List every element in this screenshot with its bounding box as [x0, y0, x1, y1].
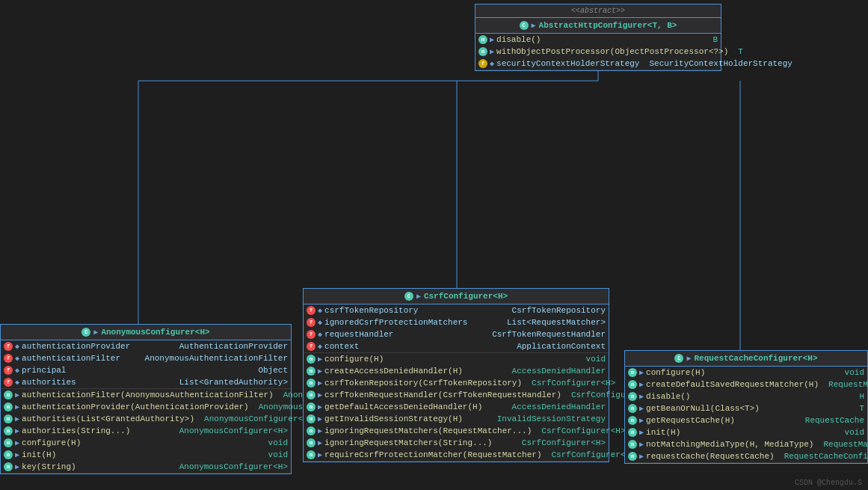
method-icon: m	[307, 414, 316, 423]
csrf-configurer-box: C ▶ CsrfConfigurer<H> f ◆ csrfTokenRepos…	[303, 288, 609, 462]
csrf-methods-section: m ▶ configure(H) void m ▶ createAccessDe…	[304, 353, 609, 462]
table-row[interactable]: m ▶ requireCsrfProtectionMatcher(Request…	[304, 449, 609, 461]
table-row[interactable]: m ▶ withObjectPostProcessor(ObjectPostPr…	[475, 46, 721, 58]
request-cache-configurer-box: C ▶ RequestCacheConfigurer<H> m ▶ config…	[624, 350, 868, 464]
table-row[interactable]: f ◆ principal Object	[1, 364, 291, 376]
anonymous-configurer-header: C ▶ AnonymousConfigurer<H>	[1, 325, 291, 340]
watermark-text: CSDN @Chengdu.S	[795, 479, 862, 487]
method-icon: m	[628, 452, 637, 461]
method-icon: m	[628, 428, 637, 437]
table-row[interactable]: m ▶ key(String) AnonymousConfigurer<H>	[1, 461, 291, 473]
method-icon: m	[4, 414, 13, 423]
field-icon: f	[307, 342, 316, 351]
table-row[interactable]: m ▶ configure(H) void	[625, 367, 867, 379]
table-row[interactable]: f ◆ securityContextHolderStrategy Securi…	[475, 58, 721, 70]
table-row[interactable]: f ◆ csrfTokenRepository CsrfTokenReposit…	[304, 304, 609, 316]
table-row[interactable]: m ▶ configure(H) void	[1, 437, 291, 449]
method-icon: m	[307, 367, 316, 376]
class-icon: C	[674, 354, 683, 363]
method-icon: m	[4, 402, 13, 411]
method-icon: m	[4, 450, 13, 459]
method-icon: m	[478, 35, 487, 44]
method-icon: m	[307, 355, 316, 364]
table-row[interactable]: m ▶ csrfTokenRequestHandler(CsrfTokenReq…	[304, 389, 609, 401]
field-icon: f	[4, 378, 13, 387]
table-row[interactable]: m ▶ notMatchingMediaType(H, MediaType) R…	[625, 438, 867, 450]
table-row[interactable]: f ◆ ignoredCsrfProtectionMatchers List<R…	[304, 316, 609, 328]
table-row[interactable]: m ▶ requestCache(RequestCache) RequestCa…	[625, 450, 867, 462]
csrf-fields-section: f ◆ csrfTokenRepository CsrfTokenReposit…	[304, 304, 609, 353]
table-row[interactable]: m ▶ disable() B	[475, 34, 721, 46]
method-icon: m	[628, 380, 637, 389]
method-icon: m	[307, 402, 316, 411]
table-row[interactable]: m ▶ ignoringRequestMatchers(String...) C…	[304, 437, 609, 449]
method-icon: m	[4, 426, 13, 435]
table-row[interactable]: m ▶ getBeanOrNull(Class<T>) T	[625, 402, 867, 414]
abstract-label: <<abstract>>	[475, 4, 721, 18]
field-icon: f	[4, 342, 13, 351]
method-icon: m	[628, 404, 637, 413]
table-row[interactable]: m ▶ init(H) void	[625, 426, 867, 438]
table-row[interactable]: f ◆ authenticationFilter AnonymousAuthen…	[1, 352, 291, 364]
method-icon: m	[307, 450, 316, 459]
class-icon: C	[81, 328, 90, 337]
abstract-http-configurer-header: C ▶ AbstractHttpConfigurer<T, B>	[475, 18, 721, 34]
table-row[interactable]: m ▶ disable() H	[625, 391, 867, 402]
table-row[interactable]: f ◆ context ApplicationContext	[304, 340, 609, 352]
field-icon: f	[307, 318, 316, 327]
table-row[interactable]: m ▶ configure(H) void	[304, 353, 609, 365]
table-row[interactable]: m ▶ authenticationProvider(Authenticatio…	[1, 401, 291, 413]
field-icon: f	[307, 330, 316, 339]
abstract-http-configurer-members: m ▶ disable() B m ▶ withObjectPostProces…	[475, 34, 721, 70]
method-icon: m	[478, 47, 487, 56]
field-icon: f	[478, 59, 487, 68]
anonymous-configurer-box: C ▶ AnonymousConfigurer<H> f ◆ authentic…	[0, 324, 292, 474]
table-row[interactable]: m ▶ createAccessDeniedHandler(H) AccessD…	[304, 365, 609, 377]
table-row[interactable]: m ▶ ignoringRequestMatchers(RequestMatch…	[304, 425, 609, 437]
method-icon: m	[628, 440, 637, 449]
method-icon: m	[4, 462, 13, 471]
method-icon: m	[4, 391, 13, 399]
class-icon: C	[520, 21, 529, 30]
method-icon: m	[307, 391, 316, 399]
method-icon: m	[307, 379, 316, 388]
method-icon: m	[628, 392, 637, 401]
table-row[interactable]: m ▶ authorities(List<GrantedAuthority>) …	[1, 413, 291, 425]
method-icon: m	[628, 416, 637, 425]
table-row[interactable]: m ▶ getInvalidSessionStrategy(H) Invalid…	[304, 413, 609, 425]
table-row[interactable]: m ▶ getRequestCache(H) RequestCache	[625, 414, 867, 426]
field-icon: f	[4, 354, 13, 363]
table-row[interactable]: m ▶ getDefaultAccessDeniedHandler(H) Acc…	[304, 401, 609, 413]
table-row[interactable]: f ◆ authorities List<GrantedAuthority>	[1, 376, 291, 388]
csrf-configurer-header: C ▶ CsrfConfigurer<H>	[304, 289, 609, 304]
table-row[interactable]: m ▶ csrfTokenRepository(CsrfTokenReposit…	[304, 377, 609, 389]
method-icon: m	[307, 438, 316, 447]
request-cache-configurer-header: C ▶ RequestCacheConfigurer<H>	[625, 351, 867, 367]
table-row[interactable]: m ▶ init(H) void	[1, 449, 291, 461]
method-icon: m	[307, 426, 316, 435]
table-row[interactable]: m ▶ createDefaultSavedRequestMatcher(H) …	[625, 379, 867, 391]
request-cache-methods-section: m ▶ configure(H) void m ▶ createDefaultS…	[625, 367, 867, 463]
abstract-http-configurer-box: <<abstract>> C ▶ AbstractHttpConfigurer<…	[475, 4, 721, 71]
field-icon: f	[307, 306, 316, 315]
method-icon: m	[4, 438, 13, 447]
field-icon: f	[4, 366, 13, 375]
method-icon: m	[628, 368, 637, 377]
table-row[interactable]: m ▶ authenticationFilter(AnonymousAuthen…	[1, 389, 291, 401]
class-icon: C	[404, 292, 413, 301]
anonymous-fields-section: f ◆ authenticationProvider Authenticatio…	[1, 340, 291, 389]
table-row[interactable]: f ◆ authenticationProvider Authenticatio…	[1, 340, 291, 352]
anonymous-methods-section: m ▶ authenticationFilter(AnonymousAuthen…	[1, 389, 291, 474]
table-row[interactable]: f ◆ requestHandler CsrfTokenRequestHandl…	[304, 328, 609, 340]
table-row[interactable]: m ▶ authorities(String...) AnonymousConf…	[1, 425, 291, 437]
